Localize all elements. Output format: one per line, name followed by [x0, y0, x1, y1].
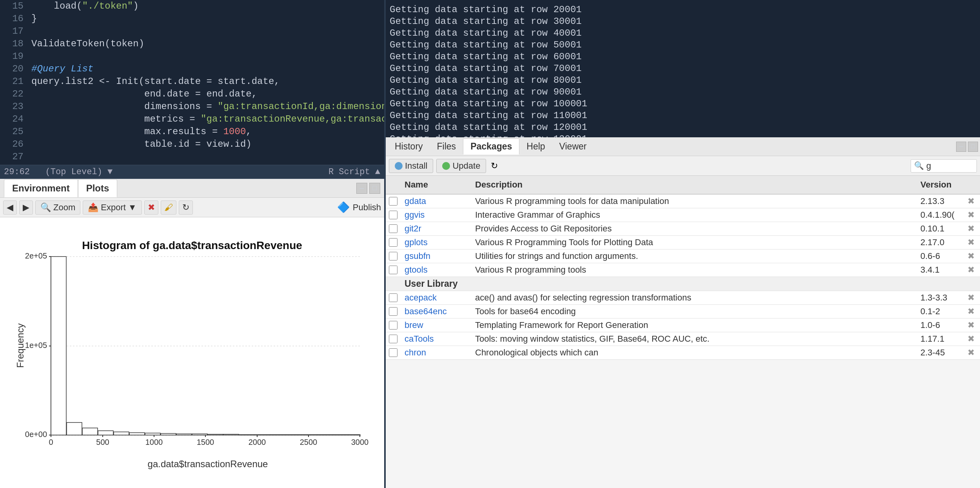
line-number: 26	[4, 138, 24, 151]
search-input[interactable]	[926, 161, 973, 171]
line-content: ValidateToken(token)	[31, 38, 144, 50]
pkg-checkbox-ggvis[interactable]	[389, 211, 397, 219]
pkg-checkbox-gtools[interactable]	[389, 266, 397, 274]
pkg-name-ggvis[interactable]: ggvis	[405, 210, 425, 220]
pkg-name-gsubfn[interactable]: gsubfn	[405, 251, 430, 261]
line-content: metrics = "ga:transactionRevenue,ga:tran…	[31, 113, 384, 126]
pkg-delete-base64enc[interactable]: ✖	[967, 306, 975, 317]
pkg-delete-gdata[interactable]: ✖	[967, 196, 975, 206]
pkg-maximize-button[interactable]: □	[968, 142, 978, 152]
refresh-packages-button[interactable]: ↻	[489, 159, 499, 173]
pkg-name-acepack[interactable]: acepack	[405, 293, 437, 303]
bar-0	[51, 257, 66, 435]
maximize-button[interactable]: □	[369, 183, 380, 194]
console-area[interactable]: Getting data starting at row 20001Gettin…	[386, 0, 980, 137]
tab-files[interactable]: Files	[430, 139, 463, 154]
col-delete	[964, 178, 980, 191]
pkg-checkbox-brew[interactable]	[389, 321, 397, 330]
line-number: 27	[4, 151, 24, 163]
line-number: 19	[4, 50, 24, 63]
pkg-delete-git2r[interactable]: ✖	[967, 224, 975, 234]
zoom-button[interactable]: 🔍 Zoom	[35, 200, 80, 215]
pkg-delete-gtools[interactable]: ✖	[967, 265, 975, 275]
publish-button[interactable]: 🔷 Publish	[337, 201, 381, 213]
pkg-minimize-button[interactable]: —	[956, 142, 966, 152]
col-version[interactable]: Version	[917, 178, 964, 191]
bar-8	[176, 434, 192, 435]
pkg-tabs: History Files Packages Help Viewer — □	[386, 137, 980, 156]
pkg-delete-brew[interactable]: ✖	[967, 320, 975, 330]
pkg-name-brew[interactable]: brew	[405, 320, 423, 330]
pkg-checkbox-gplots[interactable]	[389, 238, 397, 247]
bar-12	[239, 435, 254, 435]
console-line: Getting data starting at row 100001	[390, 98, 976, 110]
pkg-checkbox-git2r[interactable]	[389, 224, 397, 233]
pkg-version-ggvis: 0.4.1.90(	[917, 208, 964, 222]
pkg-name-chron[interactable]: chron	[405, 348, 426, 358]
bar-11	[223, 434, 239, 435]
line-content	[31, 25, 37, 38]
pkg-delete-catools[interactable]: ✖	[967, 334, 975, 344]
publish-label: Publish	[353, 202, 381, 213]
table-row: base64enc Tools for base64 encoding 0.1-…	[386, 305, 980, 319]
minimize-button[interactable]: —	[356, 183, 367, 194]
code-line-28: 28ga.query <- QueryBuilder(query.list2)	[0, 163, 384, 165]
install-button[interactable]: Install	[389, 159, 433, 173]
update-icon	[442, 162, 450, 170]
bar-19	[349, 435, 360, 435]
table-row: acepack ace() and avas() for selecting r…	[386, 291, 980, 305]
pkg-name-gplots[interactable]: gplots	[405, 237, 428, 248]
next-plot-button[interactable]: ▶	[19, 200, 33, 215]
pkg-checkbox-chron[interactable]	[389, 348, 397, 357]
update-button[interactable]: Update	[436, 159, 486, 173]
tab-viewer[interactable]: Viewer	[552, 139, 594, 154]
refresh-plot-button[interactable]: ↻	[179, 200, 193, 215]
line-content	[31, 50, 37, 63]
console-line: Getting data starting at row 30001	[390, 16, 976, 27]
line-number: 25	[4, 126, 24, 138]
tab-environment[interactable]: Environment	[4, 179, 78, 197]
pkg-name-gtools[interactable]: gtools	[405, 265, 428, 275]
tab-plots[interactable]: Plots	[78, 179, 118, 197]
line-content: }	[31, 13, 37, 25]
export-button[interactable]: 📤 Export ▼	[83, 200, 142, 215]
tab-help[interactable]: Help	[519, 139, 552, 154]
brush-button[interactable]: 🖌	[161, 200, 176, 215]
line-number: 16	[4, 13, 24, 25]
line-content: query.list2 <- Init(start.date = start.d…	[31, 75, 280, 88]
table-row: brew Templating Framework for Report Gen…	[386, 319, 980, 332]
pkg-name-base64enc[interactable]: base64enc	[405, 306, 447, 317]
x-label-1000: 1000	[145, 438, 163, 446]
pkg-name-git2r[interactable]: git2r	[405, 224, 421, 234]
pkg-delete-acepack[interactable]: ✖	[967, 293, 975, 303]
col-name[interactable]: Name	[401, 178, 472, 191]
pkg-name-gdata[interactable]: gdata	[405, 196, 426, 206]
tab-history[interactable]: History	[388, 139, 430, 154]
pkg-checkbox-gdata[interactable]	[389, 197, 397, 206]
table-row: gsubfn Utilities for strings and functio…	[386, 249, 980, 263]
pkg-checkbox-catools[interactable]	[389, 335, 397, 343]
tab-packages[interactable]: Packages	[463, 138, 519, 155]
package-search[interactable]: 🔍	[911, 159, 977, 173]
bar-3	[98, 431, 113, 435]
line-number: 20	[4, 63, 24, 75]
pkg-name-catools[interactable]: caTools	[405, 334, 434, 344]
table-row: chron Chronological objects which can 2.…	[386, 346, 980, 360]
col-description[interactable]: Description	[472, 178, 917, 191]
table-row: ggvis Interactive Grammar of Graphics 0.…	[386, 208, 980, 222]
table-row: gdata Various R programming tools for da…	[386, 195, 980, 208]
pkg-checkbox-gsubfn[interactable]	[389, 252, 397, 260]
pkg-delete-chron[interactable]: ✖	[967, 348, 975, 358]
pkg-checkbox-base64enc[interactable]	[389, 307, 397, 316]
prev-plot-button[interactable]: ◀	[3, 200, 17, 215]
pkg-checkbox-acepack[interactable]	[389, 293, 397, 302]
pkg-delete-gplots[interactable]: ✖	[967, 237, 975, 248]
line-content: #Query List	[31, 63, 93, 75]
delete-plot-button[interactable]: ✖	[144, 200, 158, 215]
code-line-17: 17	[0, 25, 384, 38]
export-dropdown-icon: ▼	[128, 202, 137, 213]
code-editor[interactable]: 15 load("./token")16}17 18ValidateToken(…	[0, 0, 384, 165]
pkg-delete-gsubfn[interactable]: ✖	[967, 251, 975, 261]
line-number: 21	[4, 75, 24, 88]
pkg-delete-ggvis[interactable]: ✖	[967, 210, 975, 220]
